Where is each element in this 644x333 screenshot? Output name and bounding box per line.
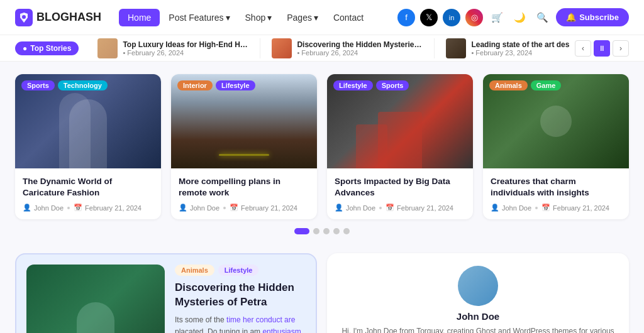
pagination-dot-3[interactable]	[323, 228, 330, 234]
card-1[interactable]: Sports Technology The Dynamic World of C…	[15, 74, 161, 219]
pagination-dot-4[interactable]	[333, 228, 340, 234]
nav-shop[interactable]: Shop ▾	[239, 9, 279, 26]
pagination-dot-1[interactable]	[294, 228, 309, 234]
card-1-title: The Dynamic World of Caricature Fashion	[23, 176, 153, 199]
featured-title: Discovering the Hidden Mysteries of Petr…	[175, 281, 306, 308]
card-4-date: 📅 February 21, 2024	[541, 204, 609, 212]
user-icon: 👤	[491, 204, 499, 212]
card-3-tags: Lifestyle Sports	[333, 80, 409, 90]
card-1-date: 📅 February 21, 2024	[74, 204, 142, 212]
ticker-thumb-3	[446, 38, 466, 58]
card-4-author: 👤 John Doe	[491, 204, 531, 212]
cards-section: Sports Technology The Dynamic World of C…	[0, 62, 644, 247]
ticker-thumb-2	[272, 38, 292, 58]
card-2-tags: Interior Lifestyle	[177, 80, 255, 90]
card-4-image: Animals Game	[483, 74, 629, 168]
calendar-icon: 📅	[386, 204, 394, 212]
ticker-controls: ‹ ⏸ ›	[575, 40, 629, 57]
instagram-icon[interactable]: ◎	[465, 9, 483, 26]
tag-interior: Interior	[177, 80, 213, 90]
card-3-meta: 👤 John Doe 📅 February 21, 2024	[335, 204, 465, 212]
calendar-icon: 📅	[74, 204, 82, 212]
pagination-dots	[15, 219, 629, 241]
user-icon: 👤	[179, 204, 187, 212]
ticker-text-2: Discovering the Hidden Mysteries of Petr…	[297, 40, 423, 57]
bell-icon: 🔔	[566, 13, 576, 22]
logo-icon	[15, 9, 33, 26]
card-1-author: 👤 John Doe	[23, 204, 64, 212]
linkedin-icon[interactable]: in	[443, 9, 460, 26]
nav-pages[interactable]: Pages ▾	[280, 9, 325, 26]
card-3-title: Sports Impacted by Big Data Advances	[335, 176, 465, 199]
nav-contact[interactable]: Contact	[327, 9, 370, 26]
author-avatar	[458, 266, 498, 306]
pagination-dot-5[interactable]	[343, 228, 350, 234]
author-card: John Doe Hi, I'm John Doe from Torquay, …	[327, 253, 629, 333]
calendar-icon: 📅	[541, 204, 550, 212]
author-avatar-image	[458, 266, 498, 306]
user-icon: 👤	[335, 204, 343, 212]
meta-separator	[223, 207, 226, 209]
user-icon: 👤	[23, 204, 31, 212]
card-3[interactable]: Lifestyle Sports Sports Impacted by Big …	[327, 74, 473, 219]
brand-name: BLOGHASH	[36, 11, 101, 24]
featured-tag-animals: Animals	[175, 265, 214, 276]
ticker-text-3: Leading state of the art desig... • Febr…	[471, 40, 570, 57]
nav-post-features[interactable]: Post Features ▾	[162, 9, 236, 26]
card-2-body: More compelling plans in remote work 👤 J…	[171, 168, 317, 219]
tag-sports-2: Sports	[376, 80, 409, 90]
card-1-image: Sports Technology	[15, 74, 161, 168]
meta-separator	[535, 207, 538, 209]
chevron-icon: ▾	[314, 13, 318, 23]
bottom-section: ↗ Animals Lifestyle Discovering the Hidd…	[0, 247, 644, 333]
tag-game: Game	[531, 80, 562, 90]
meta-separator	[379, 207, 382, 209]
card-2-author: 👤 John Doe	[179, 204, 219, 212]
card-1-meta: 👤 John Doe 📅 February 21, 2024	[23, 204, 153, 212]
featured-card[interactable]: ↗ Animals Lifestyle Discovering the Hidd…	[15, 253, 317, 333]
ticker-next-button[interactable]: ›	[613, 40, 629, 57]
tag-lifestyle: Lifestyle	[216, 80, 255, 90]
tag-sports: Sports	[21, 80, 55, 90]
tag-technology: Technology	[58, 80, 108, 90]
card-4-body: Creatures that charm individuals with in…	[483, 168, 629, 219]
card-4-title: Creatures that charm individuals with in…	[491, 176, 621, 199]
featured-content: Animals Lifestyle Discovering the Hidden…	[175, 265, 306, 333]
ticker-item-2[interactable]: Discovering the Hidden Mysteries of Petr…	[260, 38, 435, 58]
chevron-icon: ▾	[267, 13, 272, 23]
card-2-meta: 👤 John Doe 📅 February 21, 2024	[179, 204, 309, 212]
featured-description: Its some of the time her conduct are pla…	[175, 314, 306, 333]
ticker-item[interactable]: Top Luxury Ideas for High-End Home Exter…	[86, 38, 260, 58]
facebook-icon[interactable]: f	[397, 9, 415, 26]
twitter-icon[interactable]: 𝕏	[420, 9, 438, 26]
chevron-icon: ▾	[226, 13, 230, 23]
pagination-dot-2[interactable]	[313, 228, 319, 234]
card-2-image: Interior Lifestyle	[171, 74, 317, 168]
subscribe-button[interactable]: 🔔 Subscribe	[556, 8, 629, 26]
featured-image: ↗	[26, 265, 165, 333]
card-4[interactable]: Animals Game Creatures that charm indivi…	[483, 74, 629, 219]
nav-social-icons: f 𝕏 in ◎ 🛒 🌙 🔍 🔔 Subscribe	[397, 8, 629, 26]
card-4-meta: 👤 John Doe 📅 February 21, 2024	[491, 204, 621, 212]
featured-tag-lifestyle: Lifestyle	[218, 265, 259, 276]
ticker-prev-button[interactable]: ‹	[575, 40, 591, 57]
search-button[interactable]: 🔍	[533, 9, 551, 26]
nav-links: Home Post Features ▾ Shop ▾ Pages ▾ Cont…	[119, 9, 392, 26]
card-3-body: Sports Impacted by Big Data Advances 👤 J…	[327, 168, 473, 219]
featured-tags: Animals Lifestyle	[175, 265, 306, 276]
dark-mode-button[interactable]: 🌙	[511, 9, 528, 26]
calendar-icon: 📅	[230, 204, 238, 212]
ticker-item-3[interactable]: Leading state of the art desig... • Febr…	[435, 38, 570, 58]
svg-point-1	[22, 15, 26, 19]
brand-logo[interactable]: BLOGHASH	[15, 9, 101, 26]
top-stories-badge: ● Top Stories	[15, 41, 79, 55]
card-2[interactable]: Interior Lifestyle More compelling plans…	[171, 74, 317, 219]
tag-lifestyle-2: Lifestyle	[333, 80, 373, 90]
card-2-date: 📅 February 21, 2024	[230, 204, 297, 212]
cart-button[interactable]: 🛒	[488, 9, 506, 26]
news-ticker: ● Top Stories Top Luxury Ideas for High-…	[0, 35, 644, 62]
author-name: John Doe	[457, 311, 499, 322]
ticker-pause-button[interactable]: ⏸	[594, 40, 610, 57]
nav-home[interactable]: Home	[119, 9, 160, 26]
author-bio: Hi, I'm John Doe from Torquay, creating …	[341, 325, 614, 333]
